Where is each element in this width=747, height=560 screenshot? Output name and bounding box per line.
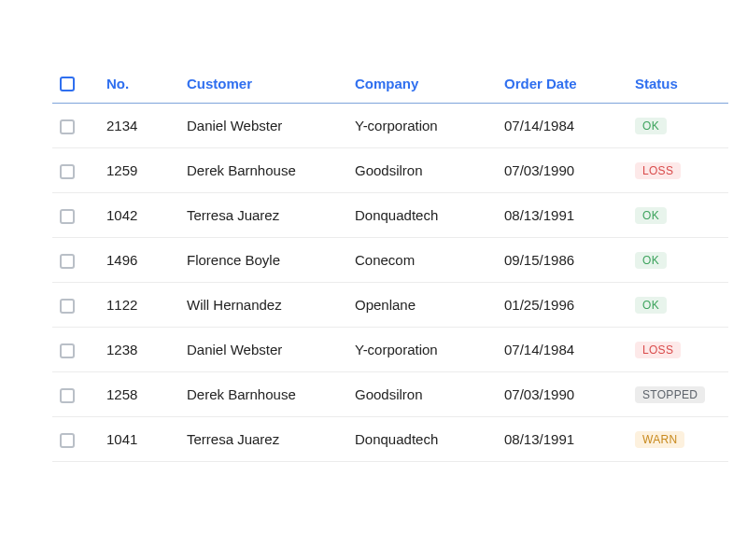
row-checkbox[interactable] xyxy=(60,433,75,448)
row-select-cell xyxy=(52,148,97,193)
status-badge: OK xyxy=(635,297,667,314)
row-select-cell xyxy=(52,372,97,417)
status-badge: STOPPED xyxy=(635,386,705,403)
cell-status: OK xyxy=(626,238,728,283)
table-row: 2134Daniel WebsterY-corporation07/14/198… xyxy=(52,104,728,148)
cell-company: Donquadtech xyxy=(345,417,495,462)
cell-no: 1258 xyxy=(97,372,177,417)
cell-company: Openlane xyxy=(345,283,495,328)
table-row: 1041Terresa JuarezDonquadtech08/13/1991W… xyxy=(52,417,728,462)
column-header-customer[interactable]: Customer xyxy=(177,65,345,104)
cell-company: Goodsilron xyxy=(345,148,495,193)
cell-customer: Terresa Juarez xyxy=(177,193,345,238)
row-checkbox[interactable] xyxy=(60,119,75,134)
cell-no: 1496 xyxy=(97,238,177,283)
cell-customer: Derek Barnhouse xyxy=(177,372,345,417)
row-checkbox[interactable] xyxy=(60,164,75,179)
cell-company: Goodsilron xyxy=(345,372,495,417)
status-badge: OK xyxy=(635,207,667,224)
status-badge: LOSS xyxy=(635,162,681,179)
row-select-cell xyxy=(52,283,97,328)
cell-order-date: 07/03/1990 xyxy=(495,148,626,193)
column-header-company[interactable]: Company xyxy=(345,65,495,104)
cell-customer: Florence Boyle xyxy=(177,238,345,283)
table-row: 1496Florence BoyleConecom09/15/1986OK xyxy=(52,238,728,283)
cell-customer: Daniel Webster xyxy=(177,104,345,148)
cell-company: Donquadtech xyxy=(345,193,495,238)
row-checkbox[interactable] xyxy=(60,209,75,224)
cell-no: 1122 xyxy=(97,283,177,328)
cell-order-date: 09/15/1986 xyxy=(495,238,626,283)
orders-table: No. Customer Company Order Date Status 2… xyxy=(52,65,728,462)
row-checkbox[interactable] xyxy=(60,254,75,269)
table-row: 1122Will HernandezOpenlane01/25/1996OK xyxy=(52,283,728,328)
table-row: 1258Derek BarnhouseGoodsilron07/03/1990S… xyxy=(52,372,728,417)
cell-company: Conecom xyxy=(345,238,495,283)
cell-status: WARN xyxy=(626,417,728,462)
cell-customer: Derek Barnhouse xyxy=(177,148,345,193)
cell-no: 1042 xyxy=(97,193,177,238)
row-checkbox[interactable] xyxy=(60,299,75,314)
cell-no: 1259 xyxy=(97,148,177,193)
row-select-cell xyxy=(52,193,97,238)
cell-order-date: 08/13/1991 xyxy=(495,193,626,238)
column-header-select[interactable] xyxy=(52,65,97,104)
row-select-cell xyxy=(52,238,97,283)
cell-no: 1041 xyxy=(97,417,177,462)
cell-no: 1238 xyxy=(97,328,177,372)
row-checkbox[interactable] xyxy=(60,388,75,403)
column-header-status[interactable]: Status xyxy=(626,65,728,104)
cell-no: 2134 xyxy=(97,104,177,148)
row-select-cell xyxy=(52,328,97,372)
column-header-order-date[interactable]: Order Date xyxy=(495,65,626,104)
cell-status: STOPPED xyxy=(626,372,728,417)
status-badge: OK xyxy=(635,252,667,269)
cell-customer: Will Hernandez xyxy=(177,283,345,328)
status-badge: LOSS xyxy=(635,342,681,358)
cell-company: Y-corporation xyxy=(345,104,495,148)
cell-order-date: 08/13/1991 xyxy=(495,417,626,462)
cell-order-date: 01/25/1996 xyxy=(495,283,626,328)
cell-customer: Terresa Juarez xyxy=(177,417,345,462)
table-row: 1259Derek BarnhouseGoodsilron07/03/1990L… xyxy=(52,148,728,193)
cell-customer: Daniel Webster xyxy=(177,328,345,372)
row-select-cell xyxy=(52,104,97,148)
row-checkbox[interactable] xyxy=(60,343,75,358)
cell-status: LOSS xyxy=(626,148,728,193)
cell-order-date: 07/03/1990 xyxy=(495,372,626,417)
cell-status: LOSS xyxy=(626,328,728,372)
status-badge: OK xyxy=(635,118,667,134)
column-header-no[interactable]: No. xyxy=(97,65,177,104)
table-row: 1042Terresa JuarezDonquadtech08/13/1991O… xyxy=(52,193,728,238)
table-row: 1238Daniel WebsterY-corporation07/14/198… xyxy=(52,328,728,372)
select-all-checkbox[interactable] xyxy=(60,77,75,91)
cell-company: Y-corporation xyxy=(345,328,495,372)
cell-order-date: 07/14/1984 xyxy=(495,328,626,372)
cell-status: OK xyxy=(626,104,728,148)
cell-order-date: 07/14/1984 xyxy=(495,104,626,148)
table-header-row: No. Customer Company Order Date Status xyxy=(52,65,728,104)
row-select-cell xyxy=(52,417,97,462)
status-badge: WARN xyxy=(635,431,684,448)
cell-status: OK xyxy=(626,283,728,328)
cell-status: OK xyxy=(626,193,728,238)
